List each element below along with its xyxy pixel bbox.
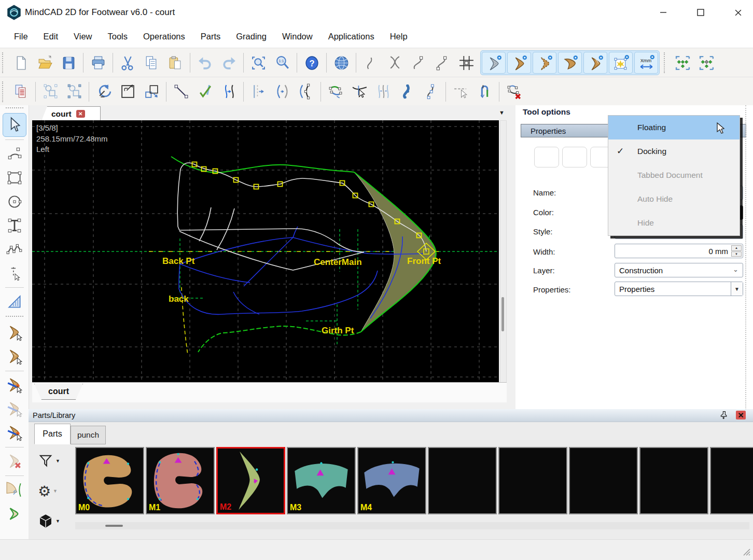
- delete-curve-icon[interactable]: [502, 80, 526, 103]
- tab-close-icon[interactable]: ✕: [76, 110, 85, 118]
- width-field[interactable]: 0 mm ▲▼: [615, 244, 743, 258]
- parts-library-header[interactable]: Parts/Library ✕: [29, 409, 753, 422]
- menu-edit[interactable]: Edit: [36, 32, 66, 41]
- pin-icon[interactable]: [720, 411, 728, 421]
- cut-icon[interactable]: [116, 51, 140, 74]
- toolbar-grip[interactable]: [2, 81, 6, 102]
- settings-button[interactable]: ⚙▼: [38, 481, 62, 501]
- width-spinner[interactable]: ▲▼: [731, 245, 742, 257]
- text-tool[interactable]: [3, 214, 26, 237]
- mirror-curve-icon[interactable]: [270, 80, 294, 103]
- part-cut-tool[interactable]: [3, 374, 26, 397]
- tab-court[interactable]: court ✕: [41, 106, 101, 121]
- empty-part-slot[interactable]: [569, 447, 638, 514]
- circle-tool[interactable]: [3, 190, 26, 213]
- line-segment-icon[interactable]: [169, 80, 193, 103]
- menu-applications[interactable]: Applications: [320, 32, 382, 41]
- menu-parts[interactable]: Parts: [193, 32, 229, 41]
- undo-icon[interactable]: [193, 51, 217, 74]
- menu-item-auto-hide[interactable]: Auto Hide: [608, 187, 740, 211]
- empty-part-slot[interactable]: [428, 447, 497, 514]
- property-swatch-1[interactable]: [534, 147, 559, 167]
- arc-tool[interactable]: [3, 143, 26, 165]
- open-file-icon[interactable]: [33, 51, 57, 74]
- scrollbar-thumb[interactable]: [105, 525, 123, 527]
- thicken-curve-icon[interactable]: [395, 80, 419, 103]
- polyline-tool[interactable]: [3, 238, 26, 261]
- align-points-center-icon[interactable]: [694, 51, 718, 74]
- select-shapes-icon[interactable]: [38, 80, 62, 103]
- cross-curves-icon[interactable]: [383, 51, 407, 74]
- zoom-to-fit-icon[interactable]: [246, 51, 270, 74]
- extend-line-icon[interactable]: [246, 80, 270, 103]
- filter-button[interactable]: ▼: [38, 451, 62, 471]
- part-cut-disabled-tool[interactable]: [3, 398, 26, 421]
- sheet-tab-court[interactable]: court: [34, 384, 83, 400]
- mirror-curve-points-icon[interactable]: [294, 80, 318, 103]
- menu-help[interactable]: Help: [382, 32, 415, 41]
- zoom-1-1-icon[interactable]: 1:1: [270, 51, 294, 74]
- part-thumbnail-m0[interactable]: M0: [75, 447, 144, 514]
- save-icon[interactable]: [57, 51, 80, 74]
- measure-xmm-icon[interactable]: Xmm: [634, 52, 658, 74]
- menu-grading[interactable]: Grading: [228, 32, 274, 41]
- menu-window[interactable]: Window: [274, 32, 320, 41]
- menu-view[interactable]: View: [66, 32, 100, 41]
- spin-up-icon[interactable]: ▲: [731, 245, 742, 251]
- offset-curve-icon[interactable]: [217, 80, 241, 103]
- empty-part-slot[interactable]: [710, 447, 753, 514]
- copy-icon[interactable]: [140, 51, 163, 74]
- curve-two-points-icon[interactable]: [430, 51, 454, 74]
- menu-tools[interactable]: Tools: [100, 32, 136, 41]
- ruler-tool[interactable]: [3, 290, 26, 313]
- selection-star-visibility-icon[interactable]: [609, 52, 633, 74]
- view-3d-button[interactable]: ▼: [38, 511, 62, 531]
- align-points-group-icon[interactable]: [671, 51, 694, 74]
- part-visibility-2-icon[interactable]: [533, 52, 556, 74]
- pick-curve-icon[interactable]: [347, 80, 371, 103]
- web-globe-icon[interactable]: [329, 51, 353, 74]
- canvas-vertical-scrollbar[interactable]: [500, 120, 507, 383]
- part-thumbnail-m3[interactable]: M3: [287, 447, 356, 514]
- menu-item-floating[interactable]: Floating: [608, 116, 740, 139]
- part-thumbnail-m4[interactable]: M4: [357, 447, 426, 514]
- part-bend-tool[interactable]: [3, 479, 26, 501]
- part-delete-disabled-tool[interactable]: [3, 450, 26, 473]
- duplicate-document-icon[interactable]: [9, 80, 33, 103]
- tab-punch[interactable]: punch: [71, 426, 106, 444]
- paste-icon[interactable]: [163, 51, 187, 74]
- menu-item-docking[interactable]: ✓ Docking: [608, 139, 740, 163]
- scrollbar-thumb[interactable]: [501, 297, 504, 331]
- part-pick-1-tool[interactable]: [3, 321, 26, 344]
- settings-dropdown-icon[interactable]: ▼: [53, 488, 58, 494]
- maximize-button[interactable]: [689, 2, 713, 23]
- select-shapes-handles-icon[interactable]: [62, 80, 86, 103]
- part-visibility-1-icon[interactable]: [507, 52, 531, 74]
- resize-icon[interactable]: [116, 80, 140, 103]
- rectangle-tool[interactable]: [3, 166, 26, 189]
- spin-down-icon[interactable]: ▼: [731, 251, 742, 257]
- properties-select[interactable]: Properties ▼: [615, 282, 743, 296]
- redo-icon[interactable]: [217, 51, 241, 74]
- insert-curve-icon[interactable]: [359, 51, 383, 74]
- part-thumbnail-m1[interactable]: M1: [146, 447, 215, 514]
- part-pick-2-tool[interactable]: [3, 345, 26, 368]
- properties-dropdown-button[interactable]: ▼: [731, 282, 743, 296]
- menu-operations[interactable]: Operations: [135, 32, 193, 41]
- edit-curve-points-icon[interactable]: [419, 80, 443, 103]
- menu-file[interactable]: File: [6, 32, 36, 41]
- part-cut-2-tool[interactable]: [3, 422, 26, 444]
- toolbar-grip[interactable]: [664, 52, 668, 73]
- menu-item-tabbed-document[interactable]: Tabbed Document: [608, 163, 740, 187]
- scale-icon[interactable]: [140, 80, 163, 103]
- part-mesh-visibility-icon[interactable]: [482, 52, 506, 74]
- part-outline-tool[interactable]: [3, 502, 26, 525]
- accept-check-icon[interactable]: [193, 80, 217, 103]
- print-icon[interactable]: [86, 51, 110, 74]
- empty-part-slot[interactable]: [639, 447, 708, 514]
- layer-select[interactable]: Construction ⌄: [615, 263, 743, 277]
- menu-item-hide[interactable]: Hide: [608, 211, 740, 235]
- select-cursor-tool[interactable]: [3, 113, 26, 137]
- measure-point-tool[interactable]: [3, 262, 26, 285]
- view-3d-dropdown-icon[interactable]: ▼: [55, 519, 60, 524]
